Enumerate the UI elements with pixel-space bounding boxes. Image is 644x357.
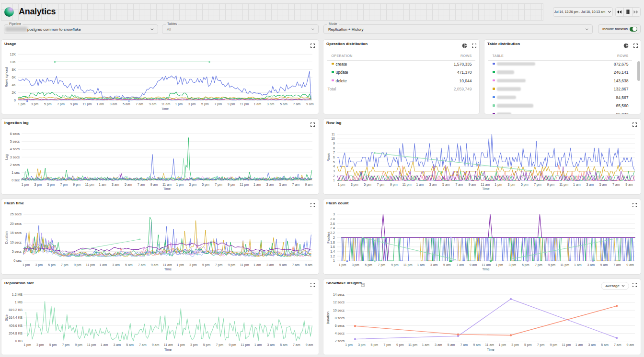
svg-text:5 am: 5 am bbox=[123, 102, 130, 106]
svg-text:9 pm: 9 pm bbox=[228, 102, 235, 106]
svg-text:9 pm: 9 pm bbox=[550, 343, 557, 347]
svg-text:1 am: 1 am bbox=[99, 183, 106, 186]
svg-text:7 am: 7 am bbox=[292, 263, 300, 267]
svg-text:0: 0 bbox=[14, 99, 16, 102]
svg-text:8: 8 bbox=[333, 146, 335, 150]
svg-text:1 am: 1 am bbox=[417, 263, 425, 267]
svg-text:3 am: 3 am bbox=[430, 263, 438, 267]
svg-text:1 pm: 1 pm bbox=[494, 183, 502, 187]
svg-text:7 pm: 7 pm bbox=[61, 263, 69, 267]
svg-text:9 am: 9 am bbox=[625, 183, 633, 186]
svg-text:3 pm: 3 pm bbox=[358, 343, 366, 347]
svg-text:1 am: 1 am bbox=[573, 183, 581, 186]
svg-text:Time: Time bbox=[482, 268, 489, 271]
svg-text:5 am: 5 am bbox=[279, 183, 287, 186]
svg-text:10: 10 bbox=[331, 137, 335, 140]
svg-text:3 am: 3 am bbox=[586, 183, 594, 186]
svg-text:9 pm: 9 pm bbox=[548, 263, 556, 267]
svg-text:5 am: 5 am bbox=[280, 102, 288, 106]
svg-text:6 secs: 6 secs bbox=[335, 324, 345, 327]
svg-text:1 pm: 1 pm bbox=[338, 183, 345, 187]
svg-text:1 am: 1 am bbox=[574, 263, 582, 267]
svg-text:1 am: 1 am bbox=[416, 183, 424, 186]
svg-text:1 pm: 1 pm bbox=[499, 343, 506, 347]
svg-text:5 am: 5 am bbox=[599, 183, 607, 186]
svg-text:25 secs: 25 secs bbox=[10, 212, 22, 216]
svg-text:9 am: 9 am bbox=[626, 263, 634, 267]
svg-text:9 pm: 9 pm bbox=[228, 183, 235, 187]
svg-text:7 pm: 7 pm bbox=[215, 263, 223, 267]
svg-text:1 pm: 1 pm bbox=[175, 102, 183, 106]
svg-text:11 pm: 11 pm bbox=[562, 343, 571, 347]
svg-text:Time: Time bbox=[482, 187, 489, 190]
svg-text:1 am: 1 am bbox=[575, 343, 583, 346]
svg-text:5 pm: 5 pm bbox=[49, 343, 57, 347]
svg-text:11 am: 11 am bbox=[485, 343, 494, 346]
svg-text:1 pm: 1 pm bbox=[23, 263, 30, 267]
svg-text:2 secs: 2 secs bbox=[335, 339, 345, 343]
svg-text:11 pm: 11 pm bbox=[402, 183, 412, 187]
svg-text:7 am: 7 am bbox=[613, 263, 621, 267]
svg-text:7 am: 7 am bbox=[460, 343, 468, 346]
svg-text:9 am: 9 am bbox=[470, 263, 477, 267]
svg-text:5 secs: 5 secs bbox=[10, 140, 20, 143]
svg-text:7 am: 7 am bbox=[139, 343, 147, 346]
svg-text:5 am: 5 am bbox=[600, 263, 608, 267]
svg-text:Time: Time bbox=[164, 268, 172, 271]
svg-text:5 pm: 5 pm bbox=[522, 263, 529, 267]
svg-text:1 am: 1 am bbox=[254, 102, 262, 106]
svg-text:9 am: 9 am bbox=[305, 183, 313, 186]
svg-text:Time: Time bbox=[163, 187, 171, 190]
svg-text:5 pm: 5 pm bbox=[365, 263, 372, 267]
svg-text:Lag: Lag bbox=[5, 154, 9, 160]
svg-text:5 am: 5 am bbox=[125, 263, 133, 267]
svg-text:1 am: 1 am bbox=[253, 183, 261, 186]
svg-text:7 pm: 7 pm bbox=[383, 343, 391, 347]
svg-text:4 secs: 4 secs bbox=[335, 332, 345, 335]
svg-text:7 am: 7 am bbox=[612, 183, 620, 186]
svg-text:3 pm: 3 pm bbox=[508, 183, 516, 187]
svg-text:7 am: 7 am bbox=[456, 263, 464, 267]
svg-text:3 am: 3 am bbox=[267, 102, 275, 106]
svg-text:1 pm: 1 pm bbox=[18, 102, 25, 106]
svg-text:3 pm: 3 pm bbox=[35, 263, 43, 267]
svg-text:5 pm: 5 pm bbox=[524, 343, 532, 347]
svg-text:614.4 KB: 614.4 KB bbox=[9, 316, 23, 319]
svg-text:12K: 12K bbox=[10, 53, 16, 56]
svg-text:2: 2 bbox=[333, 236, 335, 239]
svg-text:4K: 4K bbox=[12, 83, 16, 87]
svg-text:5 pm: 5 pm bbox=[44, 102, 52, 106]
svg-text:1 am: 1 am bbox=[96, 102, 104, 106]
svg-text:11 am: 11 am bbox=[161, 102, 170, 106]
svg-text:5 pm: 5 pm bbox=[203, 343, 211, 347]
svg-text:1 pm: 1 pm bbox=[495, 263, 503, 267]
svg-text:11 pm: 11 pm bbox=[86, 263, 95, 267]
svg-text:5: 5 bbox=[333, 160, 335, 164]
svg-text:0 KB: 0 KB bbox=[15, 339, 23, 343]
svg-text:5 pm: 5 pm bbox=[47, 183, 55, 187]
svg-text:7 am: 7 am bbox=[138, 263, 146, 267]
svg-text:7 pm: 7 pm bbox=[216, 343, 223, 347]
svg-text:7 pm: 7 pm bbox=[62, 343, 69, 347]
svg-text:3 am: 3 am bbox=[110, 102, 117, 106]
svg-text:14 secs: 14 secs bbox=[333, 293, 345, 296]
svg-text:7 am: 7 am bbox=[136, 102, 143, 106]
svg-text:5 am: 5 am bbox=[443, 263, 451, 267]
svg-text:11 pm: 11 pm bbox=[403, 263, 413, 267]
svg-text:1 pm: 1 pm bbox=[176, 263, 184, 267]
svg-text:7 am: 7 am bbox=[614, 343, 621, 346]
svg-text:3 am: 3 am bbox=[266, 183, 274, 186]
svg-text:Size: Size bbox=[5, 314, 8, 321]
svg-text:5 pm: 5 pm bbox=[202, 263, 210, 267]
svg-text:1: 1 bbox=[333, 178, 335, 182]
svg-text:7: 7 bbox=[333, 151, 335, 154]
svg-text:5 am: 5 am bbox=[442, 183, 450, 186]
svg-text:7 pm: 7 pm bbox=[535, 263, 542, 267]
svg-text:11: 11 bbox=[332, 133, 335, 136]
svg-text:3 pm: 3 pm bbox=[31, 102, 39, 106]
svg-text:0 sec: 0 sec bbox=[12, 178, 20, 182]
svg-text:9 pm: 9 pm bbox=[547, 183, 555, 187]
svg-text:3: 3 bbox=[333, 212, 335, 216]
svg-text:5 pm: 5 pm bbox=[201, 102, 209, 106]
svg-text:1.6: 1.6 bbox=[330, 245, 335, 248]
